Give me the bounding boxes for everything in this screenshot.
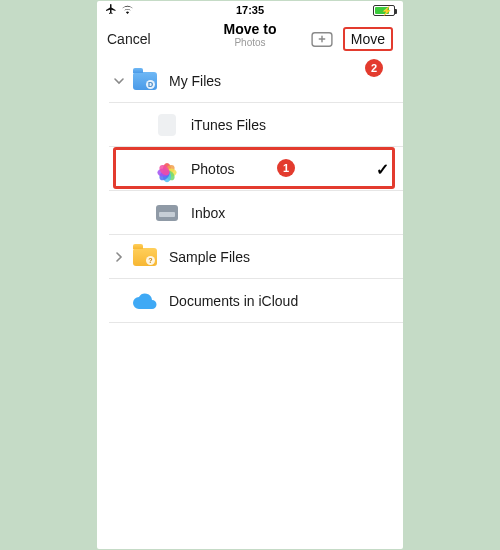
row-label: Photos xyxy=(191,161,235,177)
row-photos[interactable]: Photos ✓ xyxy=(97,147,403,191)
status-time: 17:35 xyxy=(97,4,403,16)
itunes-icon xyxy=(153,111,181,139)
row-label: My Files xyxy=(169,73,221,89)
row-label: Inbox xyxy=(191,205,225,221)
chevron-right-icon[interactable] xyxy=(109,251,129,263)
folder-icon: ? xyxy=(131,243,159,271)
row-icloud[interactable]: Documents in iCloud xyxy=(97,279,403,323)
chevron-down-icon[interactable] xyxy=(109,75,129,87)
phone-frame: 17:35 ⚡ Cancel Move to Photos Move 2 xyxy=(97,1,403,549)
folder-list: D My Files iTunes Files xyxy=(97,59,403,323)
nav-bar: Cancel Move to Photos Move xyxy=(97,19,403,59)
new-folder-icon[interactable] xyxy=(311,30,333,48)
callout-2: 2 xyxy=(365,59,383,77)
row-my-files[interactable]: D My Files xyxy=(97,59,403,103)
photos-icon xyxy=(153,155,181,183)
move-button[interactable]: Move xyxy=(343,27,393,51)
row-inbox[interactable]: Inbox xyxy=(97,191,403,235)
cancel-button[interactable]: Cancel xyxy=(107,31,151,47)
status-right: ⚡ xyxy=(373,5,395,16)
row-sample-files[interactable]: ? Sample Files xyxy=(97,235,403,279)
row-label: iTunes Files xyxy=(191,117,266,133)
callout-1: 1 xyxy=(277,159,295,177)
checkmark-icon: ✓ xyxy=(376,160,389,179)
folder-icon: D xyxy=(131,67,159,95)
row-itunes[interactable]: iTunes Files xyxy=(97,103,403,147)
row-label: Documents in iCloud xyxy=(169,293,298,309)
inbox-icon xyxy=(153,199,181,227)
status-bar: 17:35 ⚡ xyxy=(97,1,403,19)
battery-icon: ⚡ xyxy=(373,5,395,16)
row-label: Sample Files xyxy=(169,249,250,265)
cloud-icon xyxy=(131,287,159,315)
